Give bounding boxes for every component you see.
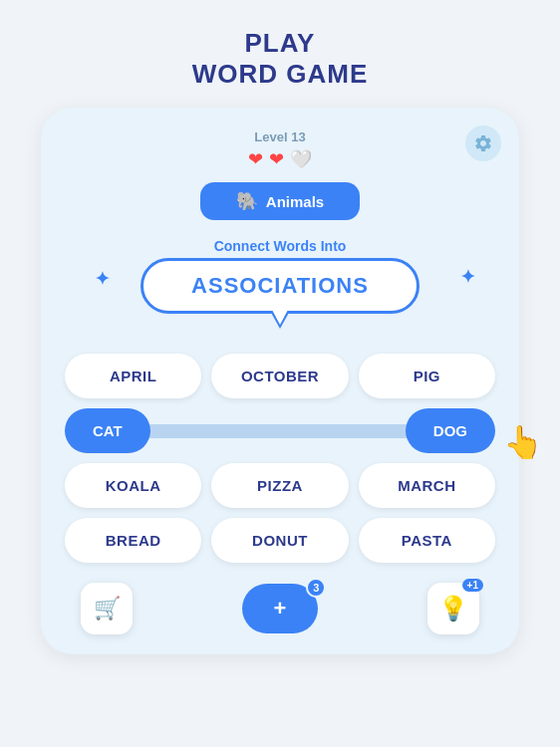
associations-text: ASSOCIATIONS [191, 273, 369, 298]
level-label: Level 13 [254, 129, 305, 144]
cart-button[interactable]: 🛒 [81, 583, 133, 634]
category-banner: 🐘 Animals [200, 182, 360, 220]
word-grid: APRIL OCTOBER PIG CAT DOG 👆 KOALA PIZZA … [65, 354, 495, 563]
associations-wrapper: ✦ ASSOCIATIONS ✦ [65, 258, 495, 322]
word-dog[interactable]: DOG 👆 [406, 408, 495, 453]
word-cat[interactable]: CAT [65, 408, 150, 453]
game-card: Level 13 ❤ ❤ 🤍 🐘 Animals Connect Words I… [41, 108, 519, 654]
heart-1: ❤ [248, 148, 263, 170]
settings-icon [473, 133, 493, 153]
plus-badge: 3 [306, 578, 326, 598]
word-october[interactable]: OCTOBER [211, 354, 348, 398]
category-label: Animals [266, 193, 324, 210]
hint-button[interactable]: 💡 +1 [427, 583, 479, 634]
hint-icon: 💡 [438, 595, 468, 622]
word-april[interactable]: APRIL [65, 354, 201, 398]
plus-icon: + [274, 598, 287, 620]
word-pig[interactable]: PIG [359, 354, 495, 398]
word-pizza[interactable]: PIZZA [211, 463, 348, 508]
heart-3: 🤍 [290, 148, 312, 170]
cart-icon: 🛒 [94, 596, 121, 622]
word-donut[interactable]: DONUT [211, 518, 348, 563]
hearts-row: ❤ ❤ 🤍 [248, 148, 312, 170]
word-koala[interactable]: KOALA [65, 463, 201, 508]
connector-line [144, 424, 416, 438]
sparkle-left: ✦ [95, 268, 110, 290]
heart-2: ❤ [269, 148, 284, 170]
associations-bubble: ASSOCIATIONS [140, 258, 420, 314]
hint-badge: +1 [462, 579, 483, 592]
page-title: PLAY WORD GAME [192, 28, 369, 90]
plus-btn-wrapper: + 3 [242, 584, 319, 633]
bottom-toolbar: 🛒 + 3 💡 +1 [65, 583, 495, 634]
settings-button[interactable] [465, 125, 501, 161]
selected-row: CAT DOG 👆 [65, 408, 495, 453]
word-march[interactable]: MARCH [359, 463, 495, 508]
category-icon: 🐘 [236, 190, 258, 212]
level-section: Level 13 ❤ ❤ 🤍 [65, 129, 495, 170]
connect-text: Connect Words Into [65, 238, 495, 254]
hand-cursor-icon: 👆 [503, 423, 543, 461]
sparkle-right: ✦ [460, 266, 475, 288]
word-bread[interactable]: BREAD [65, 518, 201, 563]
word-pasta[interactable]: PASTA [359, 518, 495, 563]
